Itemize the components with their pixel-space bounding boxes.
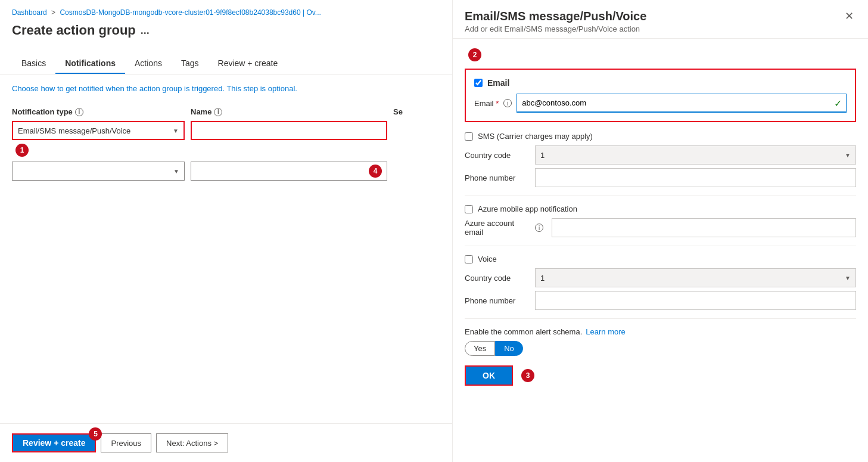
tab-basics[interactable]: Basics [12, 54, 55, 74]
email-input[interactable] [517, 94, 847, 113]
close-button[interactable]: ✕ [842, 10, 856, 23]
chevron-down-icon-2: ▼ [173, 168, 179, 175]
table-header: Notification type i Name i Se [12, 107, 440, 116]
notification-type-select-2[interactable]: ▼ [12, 162, 185, 181]
sms-phone-input[interactable] [535, 168, 856, 187]
panel-body: 2 Email Email * i ✓ [453, 39, 868, 462]
notification-type-value: Email/SMS message/Push/Voice [18, 126, 130, 135]
voice-checkbox[interactable] [465, 255, 473, 263]
chevron-down-icon: ▼ [173, 128, 179, 134]
email-info-icon[interactable]: i [503, 99, 512, 107]
page-title-ellipsis[interactable]: ... [141, 24, 150, 37]
yes-toggle[interactable]: Yes [465, 341, 495, 356]
step-badge-4: 4 [369, 165, 382, 178]
divider-2 [465, 246, 856, 246]
voice-phone-input[interactable] [535, 291, 856, 310]
cell-name-1 [191, 121, 393, 140]
tab-tags[interactable]: Tags [172, 54, 209, 74]
email-field-row: Email * i ✓ [474, 94, 847, 113]
panel-subtitle: Add or edit Email/SMS message/Push/Voice… [465, 24, 646, 33]
cell-type-2: ▼ [12, 162, 191, 181]
voice-section: Voice Country code 1 ▼ Phone number [465, 255, 856, 310]
notification-type-select[interactable]: Email/SMS message/Push/Voice ▼ [12, 121, 185, 140]
common-alert-row: Enable the common alert schema. Learn mo… [465, 327, 856, 336]
cell-type-1: Email/SMS message/Push/Voice ▼ [12, 121, 191, 140]
table-row-2: ▼ 4 [12, 162, 440, 181]
step-badge-2: 2 [468, 48, 481, 61]
step-badge-3: 3 [521, 369, 534, 382]
notification-name-input[interactable] [191, 121, 387, 140]
right-panel: Email/SMS message/Push/Voice Add or edit… [453, 0, 868, 462]
azure-checkbox[interactable] [465, 205, 473, 213]
breadcrumb-dashboard[interactable]: Dashboard [12, 8, 47, 17]
email-field-label: Email * [474, 99, 499, 108]
azure-section: Azure mobile app notification Azure acco… [465, 204, 856, 237]
voice-phone-label: Phone number [465, 296, 530, 305]
voice-country-select[interactable]: 1 ▼ [535, 268, 856, 287]
col-type-header: Notification type i [12, 107, 191, 116]
voice-label: Voice [478, 255, 497, 263]
page-title: Create action group [12, 23, 136, 38]
ok-btn-wrap: OK 3 [465, 365, 856, 386]
voice-phone-row: Phone number [465, 291, 856, 310]
sms-country-label: Country code [465, 151, 530, 160]
ok-button[interactable]: OK [465, 365, 513, 386]
azure-info-icon[interactable]: i [535, 224, 543, 232]
azure-label: Azure mobile app notification [478, 204, 577, 213]
col-se-header: Se [393, 107, 440, 116]
review-create-button[interactable]: Review + create [12, 433, 96, 452]
col-name-header: Name i [191, 107, 393, 116]
sms-phone-row: Phone number [465, 168, 856, 187]
email-check-row: Email [474, 78, 847, 88]
toggle-group: Yes No [465, 341, 856, 356]
sms-country-row: Country code 1 ▼ [465, 145, 856, 165]
tab-notifications[interactable]: Notifications [55, 54, 125, 74]
breadcrumb: Dashboard > CosmosDB-MongoDB-mongodb-vco… [0, 0, 452, 20]
sms-country-value: 1 [540, 151, 545, 160]
cell-name-2: 4 [191, 162, 393, 181]
notification-type-info-icon[interactable]: i [75, 108, 83, 116]
sms-country-select[interactable]: 1 ▼ [535, 145, 856, 165]
tab-actions[interactable]: Actions [125, 54, 172, 74]
learn-more-link[interactable]: Learn more [586, 327, 625, 336]
sms-label: SMS (Carrier charges may apply) [478, 132, 593, 141]
common-alert-text: Enable the common alert schema. [465, 327, 582, 336]
notification-name-select-2[interactable]: 4 [191, 162, 387, 181]
email-label: Email [487, 78, 509, 88]
description: Choose how to get notified when the acti… [0, 75, 452, 98]
voice-check-row: Voice [465, 255, 856, 263]
sms-checkbox[interactable] [465, 132, 473, 141]
sms-check-row: SMS (Carrier charges may apply) [465, 132, 856, 141]
azure-account-label: Azure account email [465, 219, 530, 237]
page-title-row: Create action group ... [0, 20, 452, 38]
voice-country-chevron-icon: ▼ [845, 275, 851, 281]
tabs: Basics Notifications Actions Tags Review… [0, 43, 452, 75]
left-panel: Dashboard > CosmosDB-MongoDB-mongodb-vco… [0, 0, 453, 462]
sms-section: SMS (Carrier charges may apply) Country … [465, 132, 856, 187]
step-badge-1: 1 [15, 144, 29, 157]
previous-button[interactable]: Previous [101, 433, 151, 452]
voice-country-label: Country code [465, 274, 530, 283]
azure-check-row: Azure mobile app notification [465, 204, 856, 213]
panel-title: Email/SMS message/Push/Voice [465, 10, 646, 23]
name-info-icon[interactable]: i [214, 108, 222, 116]
footer-buttons: Review + create 5 Previous Next: Actions… [0, 423, 452, 462]
checkmark-icon: ✓ [834, 98, 842, 109]
step-badge-5: 5 [89, 427, 102, 441]
email-checkbox[interactable] [474, 79, 483, 87]
panel-header-text: Email/SMS message/Push/Voice Add or edit… [465, 10, 646, 33]
voice-country-value: 1 [540, 274, 545, 283]
next-actions-button[interactable]: Next: Actions > [156, 433, 228, 452]
voice-country-row: Country code 1 ▼ [465, 268, 856, 287]
notifications-content: Notification type i Name i Se Email/SMS … [0, 98, 452, 423]
email-section: Email Email * i ✓ [465, 69, 856, 122]
azure-account-input[interactable] [552, 218, 856, 237]
required-star: * [496, 99, 499, 108]
breadcrumb-resource[interactable]: CosmosDB-MongoDB-mongodb-vcore-cluster01… [60, 8, 321, 17]
azure-account-row: Azure account email i [465, 218, 856, 237]
tab-review-create[interactable]: Review + create [209, 54, 288, 74]
sms-country-chevron-icon: ▼ [845, 152, 851, 159]
divider-3 [465, 318, 856, 319]
sms-phone-label: Phone number [465, 173, 530, 182]
no-toggle[interactable]: No [495, 341, 523, 356]
